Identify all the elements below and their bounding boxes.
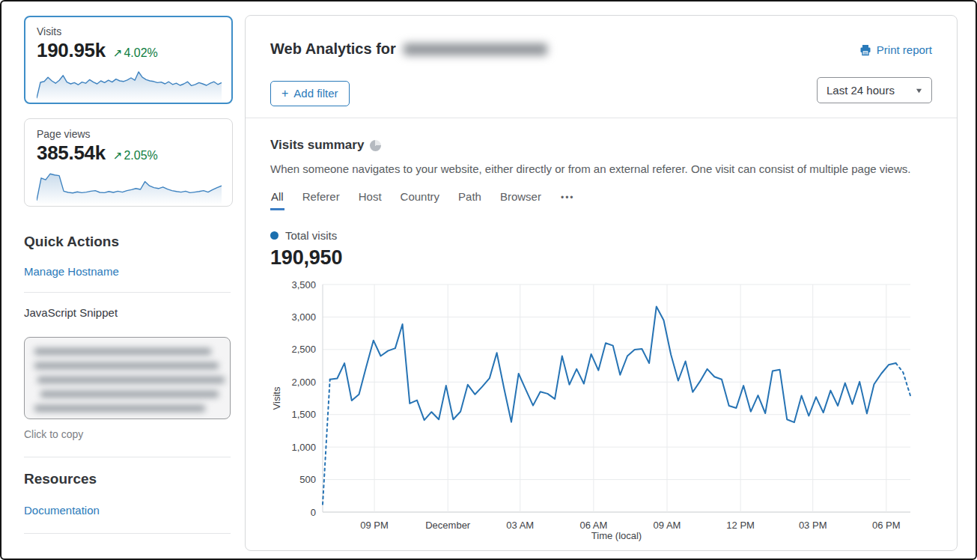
x-tick-label: 09 PM <box>360 520 389 531</box>
tabs-more-button[interactable]: ••• <box>559 192 576 210</box>
tab-all[interactable]: All <box>270 190 284 210</box>
add-filter-label: Add filter <box>293 87 338 100</box>
total-visits-value: 190,950 <box>270 246 932 270</box>
chart-legend: Total visits <box>270 229 932 242</box>
pageviews-trend-value: 2.05% <box>124 149 157 162</box>
tab-browser[interactable]: Browser <box>499 190 542 210</box>
sidebar: Visits 190.95k ↗4.02% Page views 385.54k… <box>24 16 233 547</box>
app-window: Visits 190.95k ↗4.02% Page views 385.54k… <box>0 0 977 560</box>
x-tick-label: December <box>425 520 471 531</box>
legend-label: Total visits <box>285 229 337 242</box>
print-report-label: Print report <box>877 43 932 56</box>
y-tick-label: 2,000 <box>291 377 316 388</box>
visits-summary-description: When someone navigates to your website, … <box>270 162 932 175</box>
pageviews-card-value: 385.54k <box>37 141 106 165</box>
divider <box>24 457 231 457</box>
pageviews-trend: ↗2.05% <box>113 149 158 162</box>
visits-sparkline-chart <box>37 65 222 101</box>
tab-country[interactable]: Country <box>400 190 441 210</box>
quick-actions-section: Quick Actions Manage Hostname JavaScript… <box>24 234 231 534</box>
x-tick-label: 03 PM <box>799 520 827 531</box>
manage-hostname-link[interactable]: Manage Hostname <box>24 265 119 278</box>
y-tick-label: 0 <box>311 507 316 518</box>
x-tick-label: 03 AM <box>506 520 534 531</box>
summary-tabs: AllRefererHostCountryPathBrowser••• <box>270 190 932 210</box>
legend-dot-icon <box>270 231 279 240</box>
main-panel: Web Analytics for Print report + Add fil… <box>245 15 958 551</box>
series-line-dashed <box>323 380 330 505</box>
quick-actions-title: Quick Actions <box>24 234 231 250</box>
visits-trend-value: 4.02% <box>124 46 157 59</box>
page-title: Web Analytics for <box>270 40 396 58</box>
y-tick-label: 3,000 <box>291 311 316 323</box>
chevron-down-icon: ▼ <box>915 87 924 94</box>
time-range-dropdown[interactable]: Last 24 hours ▼ <box>817 77 932 103</box>
sparkline-area <box>37 72 222 101</box>
blurred-code-line <box>37 377 225 383</box>
plus-icon: + <box>281 90 288 97</box>
javascript-snippet-box[interactable] <box>24 337 231 419</box>
documentation-link[interactable]: Documentation <box>24 504 100 517</box>
pageviews-sparkline-chart <box>37 168 222 204</box>
add-filter-button[interactable]: + Add filter <box>270 81 350 106</box>
blurred-code-line <box>40 391 219 398</box>
tab-host[interactable]: Host <box>358 190 383 210</box>
divider <box>24 533 231 534</box>
visits-card-value: 190.95k <box>37 39 106 62</box>
y-axis-title: Visits <box>271 386 282 410</box>
pageviews-card-label: Page views <box>37 128 220 140</box>
x-axis-title: Time (local) <box>591 530 642 541</box>
visits-card-label: Visits <box>37 25 220 37</box>
print-report-link[interactable]: Print report <box>859 43 932 56</box>
pie-chart-icon <box>370 140 381 151</box>
divider <box>24 292 231 293</box>
trend-up-arrow-icon: ↗ <box>113 149 123 162</box>
javascript-snippet-label: JavaScript Snippet <box>24 306 231 319</box>
visits-line-chart[interactable]: 05001,0001,5002,0002,5003,0003,50009 PMD… <box>270 279 929 543</box>
blurred-code-line <box>34 348 211 355</box>
visits-trend: ↗4.02% <box>113 46 158 60</box>
tab-referer[interactable]: Referer <box>302 190 341 210</box>
y-tick-label: 3,500 <box>291 279 316 290</box>
blurred-domain <box>404 43 547 55</box>
main-header: Web Analytics for Print report + Add fil… <box>246 16 957 118</box>
trend-up-arrow-icon: ↗ <box>113 46 123 59</box>
x-tick-label: 06 PM <box>872 520 901 531</box>
y-tick-label: 1,500 <box>291 409 316 420</box>
pageviews-metric-card[interactable]: Page views 385.54k ↗2.05% <box>24 118 233 207</box>
sparkline-area <box>37 174 222 204</box>
x-tick-label: 12 PM <box>726 520 755 531</box>
visits-summary-section: Visits summary When someone navigates to… <box>246 118 957 543</box>
blurred-code-line <box>34 405 205 412</box>
y-tick-label: 2,500 <box>291 344 316 355</box>
series-line <box>330 307 896 423</box>
time-range-value: Last 24 hours <box>827 84 895 97</box>
y-tick-label: 1,000 <box>291 442 316 453</box>
visits-metric-card[interactable]: Visits 190.95k ↗4.02% <box>24 16 233 104</box>
click-to-copy-hint: Click to copy <box>24 428 231 440</box>
series-line-dashed <box>896 363 910 395</box>
resources-title: Resources <box>24 471 231 487</box>
x-tick-label: 09 AM <box>654 520 681 531</box>
x-tick-label: 06 AM <box>579 520 607 531</box>
y-tick-label: 500 <box>299 474 316 485</box>
tab-path[interactable]: Path <box>457 190 482 210</box>
visits-summary-title: Visits summary <box>270 138 364 153</box>
blurred-code-line <box>34 362 219 369</box>
printer-icon <box>859 44 871 56</box>
